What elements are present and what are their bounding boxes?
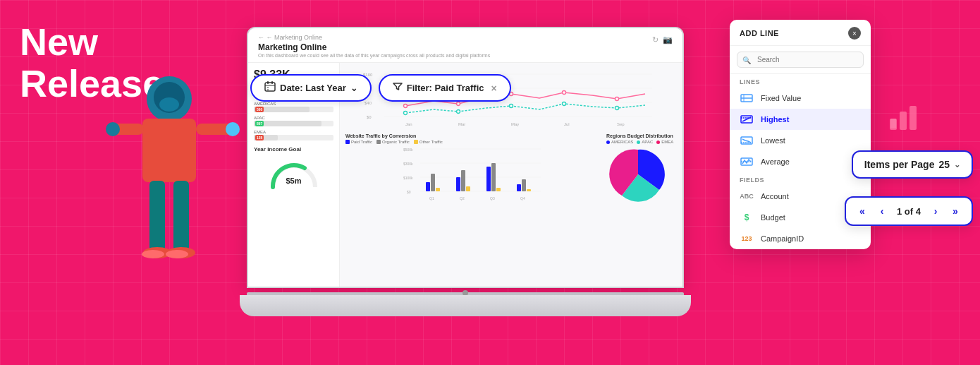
items-per-page-count: 25 [938,159,950,170]
bar-chart-title: Website Traffic by Conversion [345,133,602,138]
date-filter-icon [264,81,276,95]
screen-back-arrow: ← ← Marketing Online [258,34,490,41]
laptop: ← ← Marketing Online Marketing Online On… [240,27,691,330]
svg-text:$500k: $500k [403,148,413,152]
svg-point-32 [404,112,408,115]
bottom-charts: Website Traffic by Conversion Paid Traff… [345,133,677,211]
svg-point-36 [615,107,619,110]
svg-rect-78 [909,106,917,130]
svg-text:$0: $0 [367,115,372,119]
refresh-icon[interactable]: ↻ [652,35,659,44]
page-separator: of [905,206,913,217]
date-filter-label: Date: Last Year [280,83,346,93]
svg-text:Jan: Jan [405,122,412,126]
svg-point-7 [226,122,240,136]
traffic-filter-pill[interactable]: Filter: Paid Traffic × [379,74,511,102]
svg-point-34 [510,104,513,108]
deco-chart-icon-1 [887,99,924,136]
svg-text:$300k: $300k [403,162,413,166]
svg-rect-51 [486,167,491,191]
svg-rect-61 [265,83,275,91]
lowest-icon [740,135,754,146]
svg-rect-64 [271,81,273,84]
panel-title: ADD LINE [740,29,779,37]
svg-point-13 [166,250,188,258]
highest-label: Highest [761,115,789,124]
svg-text:Q3: Q3 [490,196,495,201]
prev-page-button[interactable]: ‹ [874,203,890,219]
svg-point-12 [142,250,164,258]
lowest-label: Lowest [761,136,785,145]
date-dropdown-icon: ⌄ [350,83,357,93]
pagination-widget: « ‹ 1 of 4 › » [845,196,973,226]
fields-section-label: FIELDS [730,172,871,186]
next-page-button[interactable]: › [928,203,943,219]
filter-close-icon[interactable]: × [491,83,497,94]
svg-text:Mar: Mar [458,122,465,126]
svg-rect-49 [461,170,465,191]
total-pages: 4 [916,206,921,217]
budget-type-icon: $ [740,212,754,223]
svg-point-27 [404,104,408,108]
date-filter-pill[interactable]: Date: Last Year ⌄ [250,74,372,102]
svg-rect-52 [491,163,496,191]
bar-chart: Website Traffic by Conversion Paid Traff… [345,133,602,211]
items-per-page-widget[interactable]: Items per Page 25 ⌄ [852,150,973,179]
panel-close-button[interactable]: × [848,27,861,40]
fixed-value-label: Fixed Value [761,94,801,102]
panel-item-lowest[interactable]: Lowest [730,130,871,151]
panel-item-fixed-value[interactable]: Fixed Value [730,88,871,109]
items-per-page-label: Items per Page [864,159,935,170]
svg-point-2 [159,97,179,112]
svg-rect-46 [431,174,435,191]
territory-apac: APAC 867 [254,116,333,126]
territory-emea: EMEA 135 [254,130,333,140]
svg-point-35 [563,102,566,106]
account-type-icon: ABC [740,191,754,202]
svg-rect-77 [900,112,907,130]
panel-search: 🔍 [730,46,871,74]
items-per-page-chevron: ⌄ [954,160,960,169]
character-illustration [92,42,247,346]
svg-rect-63 [267,81,269,84]
svg-rect-54 [517,184,521,191]
svg-rect-9 [173,181,189,251]
svg-text:May: May [511,122,519,126]
average-label: Average [761,157,790,166]
screen-subtitle: On this dashboard we could see all the d… [258,53,490,58]
camera-icon[interactable]: 📷 [663,35,673,44]
traffic-filter-label: Filter: Paid Traffic [407,83,484,93]
highest-icon [740,114,754,125]
screen-header: ← ← Marketing Online Marketing Online On… [248,28,682,63]
panel-item-highest[interactable]: Highest [730,109,871,130]
panel-item-campaign-id[interactable]: 123 CampaignID [730,228,871,249]
svg-rect-56 [527,189,531,191]
pie-chart-title: Regions Budget Distribution [606,133,677,138]
svg-rect-8 [149,181,165,251]
screen-title: Marketing Online [258,42,490,52]
screen-header-icons: ↻ 📷 [652,35,673,44]
svg-point-31 [615,97,619,101]
svg-text:Q4: Q4 [520,196,525,201]
account-label: Account [761,192,789,201]
svg-rect-53 [496,188,501,191]
last-page-button[interactable]: » [948,203,963,219]
filter-funnel-icon [393,82,403,94]
campaign-id-type-icon: 123 [740,233,754,244]
search-input[interactable] [737,52,864,68]
year-goal-title: Year Income Goal [254,146,333,152]
svg-point-6 [106,122,120,136]
laptop-screen: ← ← Marketing Online Marketing Online On… [247,27,684,288]
svg-rect-50 [466,186,470,191]
search-wrap: 🔍 [737,52,864,68]
territory-americas: AMERICAS 560 [254,102,333,112]
svg-rect-3 [142,119,196,182]
svg-point-33 [457,110,460,114]
panel-header: ADD LINE × [730,20,871,46]
year-goal-section: Year Income Goal $5m [254,146,333,186]
lines-section-label: LINES [730,74,871,88]
first-page-button[interactable]: « [855,203,870,219]
goal-gauge: $5m [266,155,322,186]
svg-rect-48 [456,177,460,191]
panel-item-average[interactable]: Average [730,151,871,172]
